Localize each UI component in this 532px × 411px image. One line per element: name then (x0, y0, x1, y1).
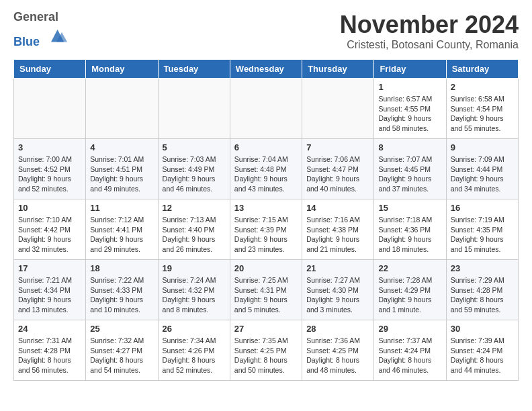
day-info: Sunrise: 7:39 AM Sunset: 4:24 PM Dayligh… (451, 336, 514, 375)
day-number: 19 (163, 263, 226, 273)
logo-icon (46, 24, 67, 46)
calendar-cell: 10Sunrise: 7:10 AM Sunset: 4:42 PM Dayli… (14, 199, 86, 260)
calendar-cell: 5Sunrise: 7:03 AM Sunset: 4:49 PM Daylig… (158, 139, 230, 199)
day-info: Sunrise: 7:21 AM Sunset: 4:34 PM Dayligh… (18, 275, 81, 315)
day-number: 17 (18, 263, 81, 273)
calendar-cell: 7Sunrise: 7:06 AM Sunset: 4:47 PM Daylig… (302, 139, 374, 199)
day-info: Sunrise: 6:58 AM Sunset: 4:54 PM Dayligh… (451, 94, 514, 134)
calendar-cell: 30Sunrise: 7:39 AM Sunset: 4:24 PM Dayli… (446, 320, 518, 381)
day-number: 7 (306, 142, 369, 152)
day-info: Sunrise: 7:18 AM Sunset: 4:36 PM Dayligh… (378, 215, 441, 255)
day-info: Sunrise: 7:37 AM Sunset: 4:24 PM Dayligh… (378, 336, 441, 375)
calendar-cell (14, 79, 86, 139)
calendar-cell: 2Sunrise: 6:58 AM Sunset: 4:54 PM Daylig… (446, 79, 518, 139)
day-info: Sunrise: 7:27 AM Sunset: 4:30 PM Dayligh… (306, 275, 369, 315)
day-info: Sunrise: 7:15 AM Sunset: 4:39 PM Dayligh… (234, 215, 298, 255)
calendar-cell: 17Sunrise: 7:21 AM Sunset: 4:34 PM Dayli… (14, 260, 86, 320)
calendar-cell: 1Sunrise: 6:57 AM Sunset: 4:55 PM Daylig… (374, 79, 446, 139)
day-info: Sunrise: 7:19 AM Sunset: 4:35 PM Dayligh… (451, 215, 514, 255)
col-saturday: Saturday (446, 60, 518, 79)
calendar-cell: 3Sunrise: 7:00 AM Sunset: 4:52 PM Daylig… (14, 139, 86, 199)
day-info: Sunrise: 7:07 AM Sunset: 4:45 PM Dayligh… (378, 154, 441, 194)
day-info: Sunrise: 7:12 AM Sunset: 4:41 PM Dayligh… (90, 215, 153, 255)
day-number: 5 (163, 142, 226, 152)
calendar-cell: 28Sunrise: 7:36 AM Sunset: 4:25 PM Dayli… (302, 320, 374, 381)
day-info: Sunrise: 7:36 AM Sunset: 4:25 PM Dayligh… (306, 336, 369, 375)
calendar-cell: 9Sunrise: 7:09 AM Sunset: 4:44 PM Daylig… (446, 139, 518, 199)
calendar-cell: 20Sunrise: 7:25 AM Sunset: 4:31 PM Dayli… (230, 260, 302, 320)
day-info: Sunrise: 7:00 AM Sunset: 4:52 PM Dayligh… (18, 154, 81, 194)
day-info: Sunrise: 7:34 AM Sunset: 4:26 PM Dayligh… (163, 336, 226, 375)
day-info: Sunrise: 7:03 AM Sunset: 4:49 PM Dayligh… (163, 154, 226, 194)
header-row: Sunday Monday Tuesday Wednesday Thursday… (14, 60, 519, 79)
header: General Blue November 2024 Cristesti, Bo… (13, 11, 519, 51)
day-info: Sunrise: 7:32 AM Sunset: 4:27 PM Dayligh… (90, 336, 153, 375)
calendar-cell: 6Sunrise: 7:04 AM Sunset: 4:48 PM Daylig… (230, 139, 302, 199)
day-number: 16 (451, 203, 514, 213)
calendar-cell: 12Sunrise: 7:13 AM Sunset: 4:40 PM Dayli… (158, 199, 230, 260)
day-number: 10 (18, 203, 81, 213)
day-number: 4 (90, 142, 153, 152)
calendar-body: 1Sunrise: 6:57 AM Sunset: 4:55 PM Daylig… (14, 79, 519, 381)
calendar-cell: 29Sunrise: 7:37 AM Sunset: 4:24 PM Dayli… (374, 320, 446, 381)
calendar-cell (86, 79, 158, 139)
calendar-cell: 16Sunrise: 7:19 AM Sunset: 4:35 PM Dayli… (446, 199, 518, 260)
day-number: 27 (234, 324, 298, 334)
calendar-week-row: 17Sunrise: 7:21 AM Sunset: 4:34 PM Dayli… (14, 260, 519, 320)
day-number: 29 (378, 324, 441, 334)
day-info: Sunrise: 7:13 AM Sunset: 4:40 PM Dayligh… (163, 215, 226, 255)
calendar-cell (158, 79, 230, 139)
calendar-cell (302, 79, 374, 139)
location-subtitle: Cristesti, Botosani County, Romania (340, 39, 519, 51)
day-number: 1 (378, 82, 441, 92)
day-number: 25 (90, 324, 153, 334)
day-number: 2 (451, 82, 514, 92)
col-sunday: Sunday (14, 60, 86, 79)
calendar-cell: 24Sunrise: 7:31 AM Sunset: 4:28 PM Dayli… (14, 320, 86, 381)
calendar-cell: 4Sunrise: 7:01 AM Sunset: 4:51 PM Daylig… (86, 139, 158, 199)
calendar-cell: 22Sunrise: 7:28 AM Sunset: 4:29 PM Dayli… (374, 260, 446, 320)
calendar-header: Sunday Monday Tuesday Wednesday Thursday… (14, 60, 519, 79)
calendar-cell: 19Sunrise: 7:24 AM Sunset: 4:32 PM Dayli… (158, 260, 230, 320)
month-title: November 2024 (340, 11, 519, 39)
day-info: Sunrise: 7:35 AM Sunset: 4:25 PM Dayligh… (234, 336, 298, 375)
calendar-cell: 25Sunrise: 7:32 AM Sunset: 4:27 PM Dayli… (86, 320, 158, 381)
calendar-cell: 15Sunrise: 7:18 AM Sunset: 4:36 PM Dayli… (374, 199, 446, 260)
calendar-cell (230, 79, 302, 139)
calendar-week-row: 3Sunrise: 7:00 AM Sunset: 4:52 PM Daylig… (14, 139, 519, 199)
day-info: Sunrise: 6:57 AM Sunset: 4:55 PM Dayligh… (378, 94, 441, 134)
day-number: 13 (234, 203, 298, 213)
calendar-cell: 14Sunrise: 7:16 AM Sunset: 4:38 PM Dayli… (302, 199, 374, 260)
calendar-cell: 23Sunrise: 7:29 AM Sunset: 4:28 PM Dayli… (446, 260, 518, 320)
day-number: 6 (234, 142, 298, 152)
col-wednesday: Wednesday (230, 60, 302, 79)
col-thursday: Thursday (302, 60, 374, 79)
calendar-cell: 26Sunrise: 7:34 AM Sunset: 4:26 PM Dayli… (158, 320, 230, 381)
day-info: Sunrise: 7:29 AM Sunset: 4:28 PM Dayligh… (451, 275, 514, 315)
day-number: 14 (306, 203, 369, 213)
title-section: November 2024 Cristesti, Botosani County… (340, 11, 519, 51)
logo-general-text: General (13, 10, 58, 24)
calendar-cell: 13Sunrise: 7:15 AM Sunset: 4:39 PM Dayli… (230, 199, 302, 260)
day-info: Sunrise: 7:04 AM Sunset: 4:48 PM Dayligh… (234, 154, 298, 194)
day-info: Sunrise: 7:10 AM Sunset: 4:42 PM Dayligh… (18, 215, 81, 255)
calendar-cell: 21Sunrise: 7:27 AM Sunset: 4:30 PM Dayli… (302, 260, 374, 320)
day-number: 24 (18, 324, 81, 334)
day-number: 3 (18, 142, 81, 152)
calendar-cell: 8Sunrise: 7:07 AM Sunset: 4:45 PM Daylig… (374, 139, 446, 199)
logo-blue-text: Blue (13, 35, 40, 48)
day-number: 12 (163, 203, 226, 213)
day-info: Sunrise: 7:01 AM Sunset: 4:51 PM Dayligh… (90, 154, 153, 194)
day-info: Sunrise: 7:31 AM Sunset: 4:28 PM Dayligh… (18, 336, 81, 375)
day-info: Sunrise: 7:09 AM Sunset: 4:44 PM Dayligh… (451, 154, 514, 194)
col-monday: Monday (86, 60, 158, 79)
day-info: Sunrise: 7:24 AM Sunset: 4:32 PM Dayligh… (163, 275, 226, 315)
day-number: 18 (90, 263, 153, 273)
logo: General Blue (13, 11, 67, 49)
calendar-cell: 11Sunrise: 7:12 AM Sunset: 4:41 PM Dayli… (86, 199, 158, 260)
day-info: Sunrise: 7:25 AM Sunset: 4:31 PM Dayligh… (234, 275, 298, 315)
col-tuesday: Tuesday (158, 60, 230, 79)
day-number: 9 (451, 142, 514, 152)
calendar-week-row: 24Sunrise: 7:31 AM Sunset: 4:28 PM Dayli… (14, 320, 519, 381)
day-number: 22 (378, 263, 441, 273)
